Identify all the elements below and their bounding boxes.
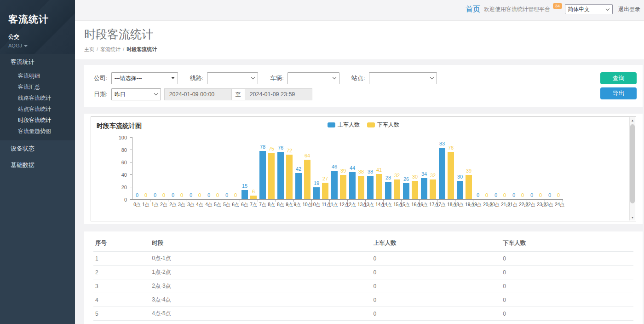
bar[interactable]: 34 — [421, 178, 427, 199]
bar[interactable]: 42 — [295, 173, 302, 199]
submenu-item[interactable]: 线路客流统计 — [0, 93, 75, 104]
company-select[interactable]: ---请选择--- — [111, 72, 178, 84]
menu-section-item[interactable]: 客流统计 — [0, 54, 75, 70]
table-row: 65点-6点00 — [93, 321, 633, 324]
bar-value-label: 15 — [242, 184, 247, 189]
chart-legend: 上车人数下车人数 — [328, 121, 399, 129]
line-select[interactable] — [207, 72, 258, 84]
bar[interactable]: 44 — [349, 172, 356, 199]
end-datetime-input[interactable] — [245, 88, 312, 100]
bar-chart: 100806040200 000点-1点001点-2点002点-3点003点-4… — [91, 137, 636, 200]
bar[interactable]: 46 — [331, 171, 338, 199]
bar[interactable]: 19 — [313, 187, 320, 199]
bar[interactable]: 76 — [277, 152, 284, 199]
bar[interactable]: 38 — [367, 176, 374, 199]
bar-value-label: 26 — [403, 177, 409, 182]
table-cell: 1点-2点 — [150, 266, 371, 279]
bar[interactable]: 30 — [457, 181, 463, 200]
chart-category: 343216点-17点 — [420, 137, 437, 199]
bar[interactable]: 83 — [439, 148, 445, 199]
bar-value-label: 0 — [477, 193, 479, 198]
table-cell: 1 — [93, 252, 150, 266]
submenu-item[interactable]: 时段客流统计 — [0, 115, 75, 126]
bar[interactable]: 39 — [466, 175, 472, 199]
home-link[interactable]: 首页 — [466, 5, 480, 14]
legend-label: 上车人数 — [338, 121, 360, 129]
plot-bars: 000点-1点001点-2点002点-3点003点-4点004点-5点005点-… — [132, 137, 563, 200]
legend-swatch-icon — [328, 122, 335, 127]
table-cell: 0 — [372, 266, 501, 279]
chart-category: 004点-5点 — [204, 137, 222, 199]
breadcrumb-item[interactable]: 主页 — [84, 46, 94, 52]
bar[interactable]: 72 — [286, 155, 293, 199]
account-dropdown[interactable]: AQGJ — [8, 43, 67, 48]
bar[interactable]: 26 — [403, 183, 409, 199]
menu-section-item[interactable]: 设备状态 — [0, 140, 75, 157]
bar[interactable]: 64 — [304, 160, 310, 199]
submenu-item[interactable]: 客流汇总 — [0, 81, 75, 93]
table-header-cell: 上车人数 — [372, 235, 501, 252]
scroll-up-icon[interactable]: ▲ — [630, 117, 635, 123]
line-label: 线路: — [190, 74, 204, 82]
bar[interactable]: 6 — [250, 196, 257, 199]
submenu-item[interactable]: 客流明细 — [0, 70, 75, 81]
y-axis-tick — [130, 150, 132, 150]
menu-section-item[interactable]: 基础数据 — [0, 157, 75, 174]
bar-value-label: 0 — [225, 193, 228, 198]
bar[interactable]: 30 — [412, 181, 418, 200]
x-axis-label: 4点-5点 — [205, 202, 221, 208]
bar-value-label: 0 — [136, 193, 138, 198]
chart-category: 002点-3点 — [168, 137, 186, 199]
bar-value-label: 76 — [278, 145, 283, 150]
submenu-item[interactable]: 客流量趋势图 — [0, 126, 75, 137]
x-axis-label: 8点-9点 — [277, 202, 293, 208]
submenu-item[interactable]: 站点客流统计 — [0, 104, 75, 115]
x-axis-label: 23点-24点 — [544, 202, 565, 208]
bar-value-label: 30 — [412, 174, 418, 179]
bar[interactable]: 78 — [259, 151, 266, 199]
table-cell: 6 — [93, 321, 150, 324]
query-button[interactable]: 查询 — [600, 72, 637, 84]
bar[interactable]: 28 — [385, 182, 391, 199]
station-select[interactable] — [369, 72, 437, 84]
legend-item[interactable]: 下车人数 — [367, 121, 399, 129]
chart-category: 263015点-16点 — [402, 137, 420, 199]
bar[interactable]: 39 — [340, 175, 346, 199]
bar-value-label: 0 — [503, 193, 506, 198]
notification-badge[interactable]: 34 — [553, 3, 562, 9]
bar[interactable]: 41 — [376, 174, 382, 199]
bar[interactable]: 15 — [242, 190, 248, 199]
bar[interactable]: 76 — [448, 152, 454, 199]
bar-value-label: 28 — [385, 175, 391, 180]
bar[interactable]: 32 — [430, 179, 436, 199]
export-button[interactable]: 导出 — [600, 87, 637, 99]
scroll-down-icon[interactable]: ▼ — [630, 214, 635, 220]
legend-item[interactable]: 上车人数 — [328, 121, 360, 129]
logout-link[interactable]: 退出登录 — [618, 6, 640, 13]
bar[interactable]: 75 — [268, 153, 275, 199]
bar[interactable]: 32 — [394, 179, 400, 199]
bar-value-label: 39 — [340, 168, 346, 174]
table-cell: 0 — [501, 252, 633, 266]
y-axis-tick — [130, 174, 132, 175]
bar-value-label: 0 — [207, 193, 210, 198]
language-select[interactable]: 简体中文 — [565, 4, 613, 14]
chart-box: 时段车流统计图 上车人数下车人数 100806040200 000点-1点001… — [91, 116, 636, 221]
table-cell: 2点-3点 — [150, 279, 371, 293]
welcome-text: 欢迎使用客流统计管理平台 — [484, 6, 550, 13]
bar[interactable]: 27 — [322, 183, 328, 199]
chart-scrollbar[interactable]: ▲ ▼ — [629, 117, 635, 220]
bar-value-label: 0 — [180, 193, 183, 198]
bar[interactable]: 38 — [358, 176, 364, 199]
chart-category: 283214点-15点 — [384, 137, 402, 199]
date-preset-select[interactable]: 昨日 — [111, 88, 161, 100]
main-area: 首页 欢迎使用客流统计管理平台 34 简体中文 退出登录 时段客流统计 主页/客… — [75, 0, 644, 324]
page-title: 时段客流统计 — [84, 27, 635, 42]
vehicle-select[interactable] — [288, 72, 339, 84]
breadcrumb-item[interactable]: 客流统计 — [100, 46, 121, 52]
chart-category: 42649点-10点 — [294, 137, 312, 199]
scrollbar-thumb[interactable] — [630, 124, 635, 203]
breadcrumb-item: 时段客流统计 — [126, 46, 157, 52]
bar-value-label: 46 — [332, 164, 337, 169]
start-datetime-input[interactable] — [164, 88, 232, 100]
